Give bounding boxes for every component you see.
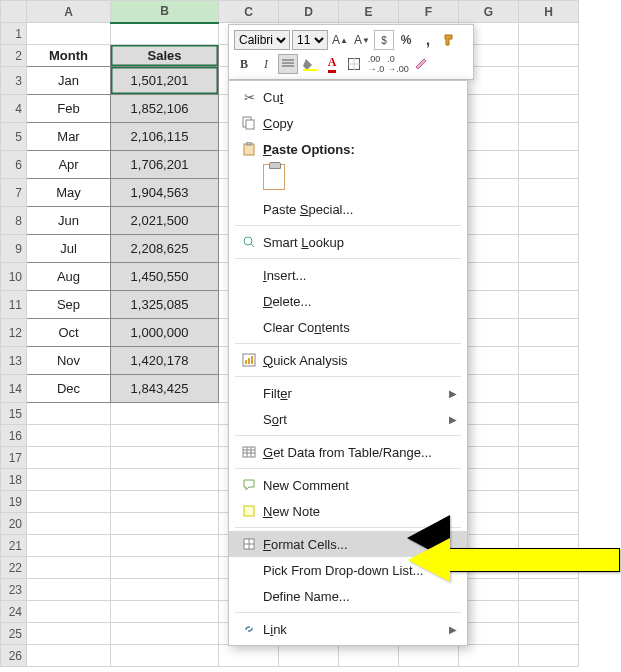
cell-month[interactable]: Sep: [27, 291, 111, 319]
select-all-corner[interactable]: [1, 1, 27, 23]
cell-month[interactable]: Oct: [27, 319, 111, 347]
cell-sales[interactable]: 1,450,550: [111, 263, 219, 291]
row-header[interactable]: 2: [1, 45, 27, 67]
font-size-select[interactable]: 11: [292, 30, 328, 50]
row-header[interactable]: 11: [1, 291, 27, 319]
paste-option-buttons[interactable]: [229, 162, 467, 196]
cell-month[interactable]: Nov: [27, 347, 111, 375]
increase-font-icon[interactable]: A▲: [330, 30, 350, 50]
column-header-b[interactable]: B: [111, 1, 219, 23]
format-painter-icon[interactable]: [440, 30, 460, 50]
cell-empty[interactable]: [27, 425, 111, 447]
row-header[interactable]: 26: [1, 645, 27, 667]
decrease-font-icon[interactable]: A▼: [352, 30, 372, 50]
row-header[interactable]: 10: [1, 263, 27, 291]
cell-empty[interactable]: [111, 425, 219, 447]
cell-month[interactable]: May: [27, 179, 111, 207]
row-header[interactable]: 5: [1, 123, 27, 151]
cell-empty[interactable]: [111, 513, 219, 535]
cell-empty[interactable]: [519, 123, 579, 151]
cell-empty[interactable]: [519, 601, 579, 623]
cell-empty[interactable]: [111, 491, 219, 513]
row-header[interactable]: 14: [1, 375, 27, 403]
cell-sales[interactable]: 1,843,425: [111, 375, 219, 403]
cell-empty[interactable]: [111, 623, 219, 645]
cell-empty[interactable]: [111, 447, 219, 469]
font-color-icon[interactable]: A: [322, 54, 342, 74]
menu-insert[interactable]: Insert...: [229, 262, 467, 288]
cell-sales[interactable]: 2,208,625: [111, 235, 219, 263]
cell-empty[interactable]: [27, 23, 111, 45]
cell-empty[interactable]: [27, 513, 111, 535]
cell-month[interactable]: Dec: [27, 375, 111, 403]
comma-icon[interactable]: ,: [418, 30, 438, 50]
row-header[interactable]: 9: [1, 235, 27, 263]
cell-empty[interactable]: [27, 645, 111, 667]
cell-empty[interactable]: [27, 579, 111, 601]
column-header-e[interactable]: E: [339, 1, 399, 23]
cell-empty[interactable]: [519, 23, 579, 45]
cell-empty[interactable]: [27, 557, 111, 579]
cell-sales[interactable]: 2,106,115: [111, 123, 219, 151]
row-header[interactable]: 24: [1, 601, 27, 623]
cell-empty[interactable]: [519, 67, 579, 95]
cell-month[interactable]: Mar: [27, 123, 111, 151]
row-header[interactable]: 12: [1, 319, 27, 347]
menu-quick-analysis[interactable]: Quick Analysis: [229, 347, 467, 373]
menu-get-data[interactable]: Get Data from Table/Range...: [229, 439, 467, 465]
cell-empty[interactable]: [111, 535, 219, 557]
cell-empty[interactable]: [519, 45, 579, 67]
cell-month[interactable]: Feb: [27, 95, 111, 123]
cell-empty[interactable]: [519, 447, 579, 469]
row-header[interactable]: 4: [1, 95, 27, 123]
cell-empty[interactable]: [219, 645, 279, 667]
cell-empty[interactable]: [27, 535, 111, 557]
cell-empty[interactable]: [519, 207, 579, 235]
cell-month[interactable]: Jun: [27, 207, 111, 235]
align-icon[interactable]: [278, 54, 298, 74]
increase-decimal-icon[interactable]: .00→.0: [366, 54, 386, 74]
menu-clear-contents[interactable]: Clear Contents: [229, 314, 467, 340]
menu-delete[interactable]: Delete...: [229, 288, 467, 314]
menu-cut[interactable]: ✂Cut: [229, 84, 467, 110]
cell-empty[interactable]: [111, 645, 219, 667]
column-header-g[interactable]: G: [459, 1, 519, 23]
cell-empty[interactable]: [111, 469, 219, 491]
row-header[interactable]: 23: [1, 579, 27, 601]
italic-button[interactable]: I: [256, 54, 276, 74]
row-header[interactable]: 18: [1, 469, 27, 491]
percent-icon[interactable]: %: [396, 30, 416, 50]
header-sales[interactable]: Sales: [111, 45, 219, 67]
bold-button[interactable]: B: [234, 54, 254, 74]
cell-sales[interactable]: 1,420,178: [111, 347, 219, 375]
cell-sales[interactable]: 1,000,000: [111, 319, 219, 347]
menu-paste-special[interactable]: Paste Special...: [229, 196, 467, 222]
cell-sales[interactable]: 2,021,500: [111, 207, 219, 235]
menu-copy[interactable]: Copy: [229, 110, 467, 136]
column-header-a[interactable]: A: [27, 1, 111, 23]
paste-icon[interactable]: [263, 164, 285, 190]
cell-empty[interactable]: [111, 557, 219, 579]
cell-sales[interactable]: 1,706,201: [111, 151, 219, 179]
menu-smart-lookup[interactable]: Smart Lookup: [229, 229, 467, 255]
menu-filter[interactable]: Filter▶: [229, 380, 467, 406]
font-select[interactable]: Calibri: [234, 30, 290, 50]
menu-sort[interactable]: Sort▶: [229, 406, 467, 432]
row-header[interactable]: 16: [1, 425, 27, 447]
cell-empty[interactable]: [519, 403, 579, 425]
accounting-format-icon[interactable]: $: [374, 30, 394, 50]
cell-empty[interactable]: [519, 347, 579, 375]
row-header[interactable]: 22: [1, 557, 27, 579]
cell-empty[interactable]: [27, 623, 111, 645]
cell-empty[interactable]: [519, 513, 579, 535]
cell-empty[interactable]: [519, 291, 579, 319]
cell-empty[interactable]: [519, 319, 579, 347]
cell-sales[interactable]: 1,852,106: [111, 95, 219, 123]
row-header[interactable]: 21: [1, 535, 27, 557]
cell-sales[interactable]: 1,325,085: [111, 291, 219, 319]
row-header[interactable]: 17: [1, 447, 27, 469]
cell-empty[interactable]: [459, 645, 519, 667]
cell-empty[interactable]: [111, 403, 219, 425]
cell-month[interactable]: Apr: [27, 151, 111, 179]
borders-icon[interactable]: [344, 54, 364, 74]
